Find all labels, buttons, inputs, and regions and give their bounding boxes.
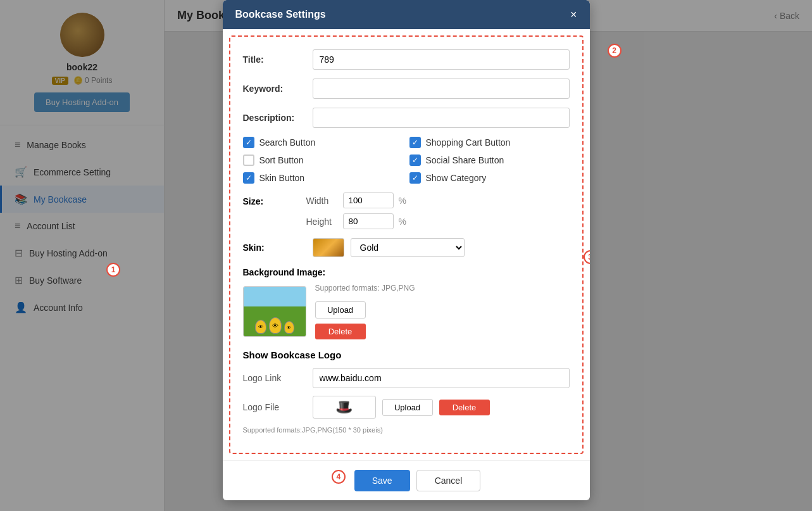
- logo-file-area: 🎩 Upload Delete: [313, 396, 490, 419]
- checkmark-icon: ✓: [412, 173, 418, 182]
- keyword-label: Keyword:: [243, 84, 306, 94]
- size-row: Size: Width % Height %: [243, 192, 570, 229]
- height-row: Height %: [306, 213, 406, 229]
- skin-row: Skin: Gold Silver Blue Green Red: [243, 238, 570, 257]
- width-input[interactable]: [343, 192, 394, 208]
- sort-button-label: Sort Button: [259, 155, 304, 165]
- keyword-input[interactable]: [313, 79, 570, 99]
- checkmark-icon: ✓: [246, 138, 252, 147]
- modal-close-button[interactable]: ×: [570, 9, 577, 20]
- width-unit: %: [399, 196, 406, 206]
- logo-format-hint: Supported formats:JPG,PNG(150 * 30 pixei…: [243, 426, 570, 434]
- size-fields: Width % Height %: [306, 192, 406, 229]
- height-label: Height: [306, 217, 338, 227]
- modal-title: Bookcase Settings: [235, 9, 326, 20]
- logo-file-row: Logo File 🎩 Upload Delete: [243, 396, 570, 419]
- bookcase-settings-modal: Bookcase Settings × Title: Keyword: Desc…: [223, 0, 590, 500]
- width-label: Width: [306, 196, 338, 206]
- logo-file-icon: 🎩: [335, 399, 353, 415]
- modal-body: Title: Keyword: Description: ✓ Search Bu…: [229, 35, 584, 454]
- logo-link-input[interactable]: [313, 368, 570, 388]
- bg-thumbnail: 👁 👁 👁: [243, 286, 306, 337]
- sort-button-checkbox[interactable]: [243, 155, 254, 166]
- modal-header: Bookcase Settings ×: [223, 0, 590, 29]
- upload-delete-area: Supported formats: JPG,PNG Upload Delete: [315, 284, 415, 339]
- logo-link-row: Logo Link: [243, 368, 570, 388]
- bg-image-row: 👁 👁 👁 Supported formats: JPG,PNG Upload …: [243, 284, 570, 339]
- title-input[interactable]: [313, 49, 570, 70]
- cancel-button[interactable]: Cancel: [416, 470, 481, 491]
- social-share-checkbox-item[interactable]: ✓ Social Share Button: [409, 155, 570, 166]
- logo-link-label: Logo Link: [243, 373, 306, 383]
- modal-footer: 4 Save Cancel: [223, 460, 590, 500]
- show-category-checkbox-item[interactable]: ✓ Show Category: [409, 172, 570, 184]
- badge-1: 1: [106, 263, 120, 277]
- skin-label: Skin:: [243, 243, 306, 253]
- logo-section: Show Bookcase Logo Logo Link Logo File 🎩…: [243, 350, 570, 434]
- logo-file-label: Logo File: [243, 402, 306, 412]
- logo-upload-button[interactable]: Upload: [382, 399, 433, 416]
- sort-button-checkbox-item[interactable]: Sort Button: [243, 155, 403, 166]
- description-label: Description:: [243, 113, 306, 123]
- skin-button-label: Skin Button: [259, 173, 305, 183]
- save-button[interactable]: Save: [354, 470, 410, 491]
- shopping-cart-checkbox[interactable]: ✓: [409, 137, 421, 148]
- skin-select[interactable]: Gold Silver Blue Green Red: [351, 238, 465, 257]
- social-share-checkbox[interactable]: ✓: [409, 155, 421, 166]
- search-button-checkbox[interactable]: ✓: [243, 137, 254, 148]
- shopping-cart-label: Shopping Cart Button: [426, 137, 511, 148]
- height-unit: %: [399, 217, 406, 227]
- show-category-label: Show Category: [426, 173, 487, 183]
- title-label: Title:: [243, 54, 306, 65]
- bg-image-title: Background Image:: [243, 267, 570, 277]
- checkmark-icon: ✓: [412, 156, 418, 165]
- logo-delete-button[interactable]: Delete: [439, 400, 490, 415]
- height-input[interactable]: [343, 213, 394, 229]
- background-image-section: Background Image: 👁 👁 👁 Supported format…: [243, 267, 570, 339]
- checkmark-icon: ✓: [246, 173, 252, 182]
- skin-button-checkbox[interactable]: ✓: [243, 172, 254, 184]
- badge-3: 3: [584, 250, 590, 264]
- skin-button-checkbox-item[interactable]: ✓ Skin Button: [243, 172, 403, 184]
- checkboxes-grid: ✓ Search Button ✓ Shopping Cart Button S…: [243, 137, 570, 184]
- bg-thumb-inner: 👁 👁 👁: [244, 287, 306, 336]
- keyword-row: Keyword:: [243, 79, 570, 99]
- description-input[interactable]: [313, 108, 570, 128]
- logo-section-title: Show Bookcase Logo: [243, 350, 570, 360]
- description-row: Description:: [243, 108, 570, 128]
- logo-file-preview: 🎩: [313, 396, 376, 419]
- show-category-checkbox[interactable]: ✓: [409, 172, 421, 184]
- shopping-cart-button-checkbox-item[interactable]: ✓ Shopping Cart Button: [409, 137, 570, 148]
- badge-2: 2: [608, 44, 621, 58]
- bg-format-hint: Supported formats: JPG,PNG: [315, 284, 415, 293]
- title-row: Title:: [243, 49, 570, 70]
- checkmark-icon: ✓: [412, 138, 418, 147]
- bg-delete-button[interactable]: Delete: [315, 324, 366, 339]
- search-button-checkbox-item[interactable]: ✓ Search Button: [243, 137, 403, 148]
- size-label: Size:: [243, 192, 306, 206]
- width-row: Width %: [306, 192, 406, 208]
- social-share-label: Social Share Button: [426, 155, 504, 165]
- badge-4: 4: [332, 470, 346, 484]
- skin-preview: [313, 238, 344, 257]
- search-button-label: Search Button: [259, 137, 316, 148]
- bg-upload-button[interactable]: Upload: [315, 301, 366, 319]
